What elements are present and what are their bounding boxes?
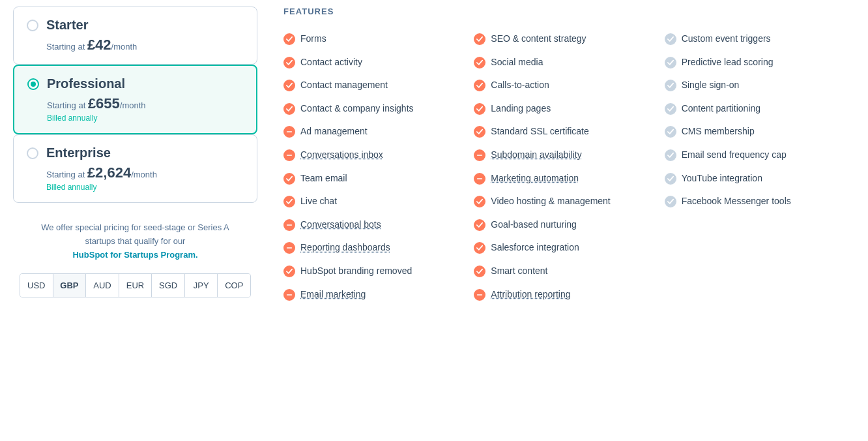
check-icon [665, 126, 676, 138]
svg-rect-6 [477, 178, 482, 179]
feature-item: Standard SSL certificate [474, 121, 664, 143]
feature-text: Marketing automation [491, 172, 579, 185]
feature-item: HubSpot branding removed [283, 260, 474, 282]
radio-enterprise [27, 147, 38, 159]
check-icon [665, 196, 676, 207]
feature-item: Team email [283, 168, 474, 190]
plan-name-starter: Starter [46, 18, 88, 33]
check-icon [283, 33, 295, 45]
feature-col-2: Custom event triggersPredictive lead sco… [665, 28, 855, 305]
check-icon [474, 266, 485, 277]
check-icon [665, 33, 676, 45]
startup-link[interactable]: HubSpot for Startups Program. [72, 250, 197, 260]
check-icon [283, 103, 295, 115]
svg-rect-4 [287, 294, 292, 296]
feature-item: Goal-based nurturing [474, 214, 664, 236]
svg-rect-3 [287, 248, 292, 249]
minus-icon [474, 149, 485, 161]
feature-text: Subdomain availability [491, 149, 581, 162]
feature-text: Single sign-on [682, 79, 740, 92]
check-icon [665, 173, 676, 185]
feature-text: Email marketing [300, 288, 366, 301]
check-icon [474, 126, 485, 138]
plan-price-professional: Starting at £655/month [47, 95, 243, 112]
feature-text: Ad management [300, 125, 368, 138]
feature-item: Facebook Messenger tools [665, 190, 855, 213]
check-icon [474, 103, 485, 115]
currency-btn-jpy[interactable]: JPY [185, 274, 218, 297]
check-icon [283, 80, 295, 91]
plan-price-enterprise: Starting at £2,624/month [46, 164, 244, 181]
feature-item: Smart content [474, 260, 664, 282]
feature-col-1: SEO & content strategySocial mediaCalls-… [474, 28, 664, 305]
feature-item: SEO & content strategy [474, 28, 664, 50]
check-icon [665, 103, 676, 115]
feature-item: Predictive lead scoring [665, 52, 855, 74]
currency-btn-sgd[interactable]: SGD [152, 274, 185, 297]
feature-text: Conversational bots [300, 219, 381, 232]
check-icon [283, 266, 295, 277]
feature-text: Social media [491, 56, 543, 69]
currency-btn-cop[interactable]: COP [218, 274, 250, 297]
check-icon [474, 33, 485, 45]
svg-rect-1 [287, 155, 292, 156]
feature-col-0: FormsContact activityContact managementC… [283, 28, 474, 305]
feature-item: Attribution reporting [474, 284, 664, 306]
plan-card-enterprise[interactable]: EnterpriseStarting at £2,624/monthBilled… [13, 134, 257, 203]
feature-text: Contact activity [300, 56, 362, 69]
svg-rect-7 [477, 294, 482, 296]
currency-btn-eur[interactable]: EUR [119, 274, 152, 297]
plan-name-professional: Professional [47, 76, 125, 91]
feature-text: Contact & company insights [300, 102, 414, 115]
feature-text: CMS membership [682, 125, 755, 138]
feature-text: HubSpot branding removed [300, 265, 412, 278]
feature-item: Forms [283, 28, 474, 50]
plans-panel: StarterStarting at £42/monthProfessional… [0, 7, 270, 305]
feature-item: Reporting dashboards [283, 237, 474, 259]
currency-btn-gbp[interactable]: GBP [53, 274, 87, 297]
feature-text: Content partitioning [682, 102, 760, 115]
plan-billed-professional: Billed annually [47, 114, 243, 123]
feature-text: Contact management [300, 79, 388, 92]
feature-item: Custom event triggers [665, 28, 855, 50]
check-icon [474, 242, 485, 254]
check-icon [283, 173, 295, 185]
feature-item: Live chat [283, 190, 474, 213]
minus-icon [283, 126, 295, 138]
minus-icon [283, 242, 295, 254]
plan-card-starter[interactable]: StarterStarting at £42/month [13, 7, 257, 65]
feature-item: Landing pages [474, 98, 664, 120]
svg-rect-5 [477, 155, 482, 156]
feature-text: Forms [300, 33, 326, 46]
feature-item: Email send frequency cap [665, 144, 855, 166]
feature-item: Subdomain availability [474, 144, 664, 166]
check-icon [474, 80, 485, 91]
feature-text: Reporting dashboards [300, 241, 390, 254]
currency-btn-aud[interactable]: AUD [86, 274, 119, 297]
check-icon [665, 57, 676, 68]
minus-icon [283, 149, 295, 161]
feature-text: Attribution reporting [491, 288, 570, 301]
feature-text: Predictive lead scoring [682, 56, 774, 69]
feature-text: SEO & content strategy [491, 33, 586, 46]
plan-price-starter: Starting at £42/month [46, 37, 244, 53]
check-icon [283, 196, 295, 207]
feature-item: Ad management [283, 121, 474, 143]
check-icon [474, 57, 485, 68]
feature-text: Calls-to-action [491, 79, 549, 92]
feature-item: Conversations inbox [283, 144, 474, 166]
check-icon [283, 57, 295, 68]
feature-text: Email send frequency cap [682, 149, 787, 162]
radio-professional [27, 78, 39, 90]
svg-rect-2 [287, 224, 292, 226]
features-title: FEATURES [283, 7, 855, 16]
plan-card-professional[interactable]: ProfessionalStarting at £655/monthBilled… [13, 65, 257, 134]
feature-item: Video hosting & management [474, 190, 664, 213]
svg-rect-0 [287, 132, 292, 133]
startup-note: We offer special pricing for seed-stage … [13, 208, 257, 268]
currency-btn-usd[interactable]: USD [20, 274, 53, 297]
currency-bar: USDGBPAUDEURSGDJPYCOP [20, 273, 251, 297]
feature-item: CMS membership [665, 121, 855, 143]
feature-text: Standard SSL certificate [491, 125, 588, 138]
feature-item: Content partitioning [665, 98, 855, 120]
